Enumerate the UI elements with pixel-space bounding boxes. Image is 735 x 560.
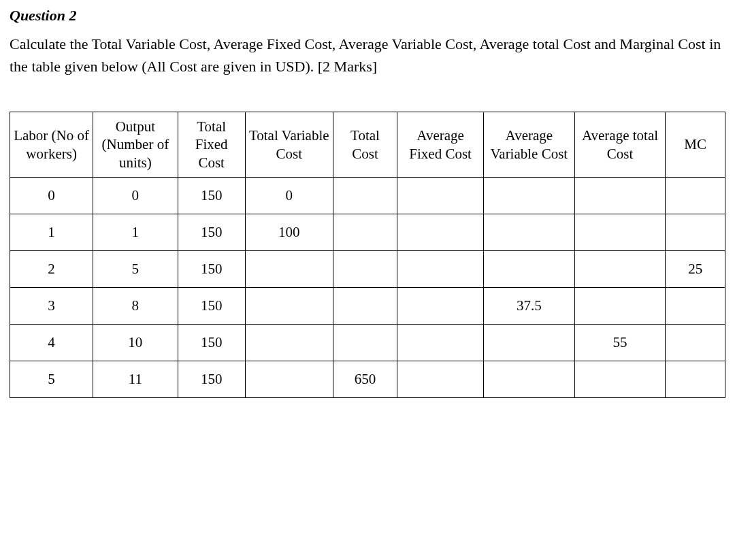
cell-tvc — [245, 325, 333, 361]
cell-avc — [484, 361, 575, 398]
table-header-row: Labor (No of workers) Output (Number of … — [10, 112, 725, 178]
cell-tvc: 100 — [245, 214, 333, 251]
cell-tfc: 150 — [178, 325, 245, 361]
cell-atc — [574, 251, 666, 288]
cell-atc — [574, 214, 666, 251]
cell-tc — [333, 325, 397, 361]
table-row: 5 11 150 650 — [10, 361, 725, 398]
cell-labor: 0 — [10, 178, 93, 214]
cell-tvc — [245, 288, 333, 325]
cost-table: Labor (No of workers) Output (Number of … — [10, 112, 725, 398]
header-tfc: Total Fixed Cost — [178, 112, 245, 178]
cell-tfc: 150 — [178, 361, 245, 398]
cell-tfc: 150 — [178, 178, 245, 214]
cell-mc — [666, 361, 725, 398]
cell-output: 11 — [93, 361, 178, 398]
cell-afc — [397, 214, 484, 251]
cell-mc — [666, 214, 725, 251]
cell-atc: 55 — [574, 325, 666, 361]
header-output: Output (Number of units) — [93, 112, 178, 178]
table-row: 3 8 150 37.5 — [10, 288, 725, 325]
cell-avc — [484, 178, 575, 214]
cell-tc — [333, 214, 397, 251]
header-tc: Total Cost — [333, 112, 397, 178]
cell-tc — [333, 288, 397, 325]
cell-labor: 3 — [10, 288, 93, 325]
cell-labor: 1 — [10, 214, 93, 251]
cell-mc: 25 — [666, 251, 725, 288]
cell-tc: 650 — [333, 361, 397, 398]
cell-avc — [484, 325, 575, 361]
cell-avc: 37.5 — [484, 288, 575, 325]
cell-avc — [484, 251, 575, 288]
cell-output: 5 — [93, 251, 178, 288]
header-avc: Average Variable Cost — [484, 112, 575, 178]
cell-avc — [484, 214, 575, 251]
cell-tc — [333, 178, 397, 214]
cell-labor: 2 — [10, 251, 93, 288]
cell-atc — [574, 361, 666, 398]
cell-atc — [574, 178, 666, 214]
header-tvc: Total Variable Cost — [245, 112, 333, 178]
cell-tc — [333, 251, 397, 288]
cell-output: 1 — [93, 214, 178, 251]
table-row: 4 10 150 55 — [10, 325, 725, 361]
cell-labor: 4 — [10, 325, 93, 361]
cell-afc — [397, 178, 484, 214]
cell-tfc: 150 — [178, 251, 245, 288]
question-title: Question 2 — [10, 7, 725, 24]
question-prompt: Calculate the Total Variable Cost, Avera… — [10, 33, 725, 78]
cell-tvc: 0 — [245, 178, 333, 214]
cell-output: 0 — [93, 178, 178, 214]
cell-tvc — [245, 361, 333, 398]
cell-tfc: 150 — [178, 288, 245, 325]
cell-afc — [397, 361, 484, 398]
cell-mc — [666, 325, 725, 361]
table-row: 2 5 150 25 — [10, 251, 725, 288]
header-atc: Average total Cost — [574, 112, 666, 178]
cell-labor: 5 — [10, 361, 93, 398]
header-afc: Average Fixed Cost — [397, 112, 484, 178]
cell-output: 8 — [93, 288, 178, 325]
cell-tfc: 150 — [178, 214, 245, 251]
table-row: 1 1 150 100 — [10, 214, 725, 251]
cell-afc — [397, 251, 484, 288]
table-row: 0 0 150 0 — [10, 178, 725, 214]
cell-tvc — [245, 251, 333, 288]
cell-output: 10 — [93, 325, 178, 361]
cell-afc — [397, 325, 484, 361]
cell-mc — [666, 178, 725, 214]
header-mc: MC — [666, 112, 725, 178]
header-labor: Labor (No of workers) — [10, 112, 93, 178]
cell-atc — [574, 288, 666, 325]
cell-mc — [666, 288, 725, 325]
cell-afc — [397, 288, 484, 325]
